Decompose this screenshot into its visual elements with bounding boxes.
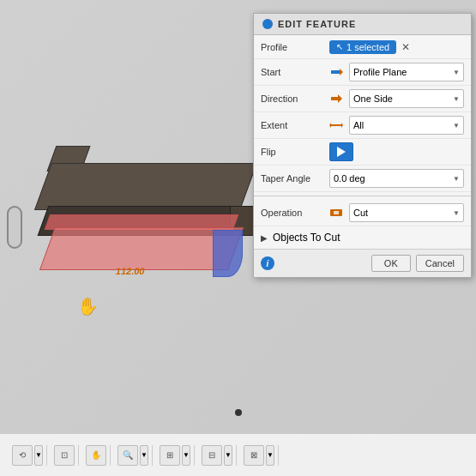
start-label: Start: [261, 67, 329, 77]
direction-label: Direction: [261, 93, 329, 104]
profile-label: Profile: [261, 42, 329, 52]
start-icon: [329, 65, 343, 79]
dimension-label: 112.00: [115, 266, 146, 276]
svg-marker-1: [340, 69, 343, 75]
operation-label: Operation: [261, 208, 329, 218]
flip-row: Flip: [254, 139, 471, 166]
objects-to-cut-label: Objects To Cut: [273, 232, 340, 244]
profile-close-btn[interactable]: ✕: [400, 41, 412, 53]
toolbar-extra-btn[interactable]: ⊠: [244, 445, 264, 466]
taper-angle-row: Taper Angle 0.0 deg ▼: [254, 166, 471, 192]
direction-icon: [329, 92, 343, 105]
operation-dropdown-arrow: ▼: [453, 209, 460, 217]
separator-1: [254, 196, 471, 196]
svg-rect-2: [331, 97, 338, 100]
start-dropdown-value: Profile Plane: [353, 67, 407, 77]
cursor-icon: ↖: [336, 42, 343, 51]
operation-row: Operation Cut ▼: [254, 200, 471, 226]
objects-to-cut-chevron: ▶: [261, 233, 268, 243]
extent-icon: [329, 118, 343, 132]
start-value: Profile Plane ▼: [329, 63, 464, 81]
profile-selected-badge: ↖ 1 selected: [329, 40, 396, 54]
bottom-toolbar: ⟲ ▼ ⊡ ✋ 🔍 ▼ ⊞ ▼ ⊟ ▼ ⊠ ▼: [0, 433, 476, 476]
toolbar-group-7: ⊠ ▼: [240, 445, 279, 466]
flip-icon: [334, 145, 348, 159]
ok-button[interactable]: OK: [371, 255, 411, 272]
toolbar-grid-btn[interactable]: ⊞: [160, 445, 180, 466]
toolbar-view-btn[interactable]: ⊡: [54, 445, 75, 466]
toolbar-group-6: ⊟ ▼: [198, 445, 237, 466]
slide-indicator: [235, 409, 242, 416]
extent-row: Extent All ▼: [254, 112, 471, 139]
operation-icon: [329, 206, 343, 220]
panel-footer: i OK Cancel: [254, 249, 471, 277]
start-dropdown-arrow: ▼: [453, 69, 460, 76]
toolbar-extra-dropdown[interactable]: ▼: [266, 445, 274, 466]
info-icon[interactable]: i: [261, 256, 274, 270]
flip-label: Flip: [261, 147, 329, 157]
extent-label: Extent: [261, 120, 329, 130]
svg-marker-5: [329, 123, 331, 128]
toolbar-group-2: ⊡: [51, 445, 79, 466]
toolbar-grid-dropdown[interactable]: ▼: [182, 445, 190, 466]
taper-angle-dropdown-value: 0.0 deg: [334, 173, 365, 184]
bar-top-face: [34, 163, 257, 210]
extent-dropdown[interactable]: All ▼: [349, 116, 464, 135]
panel-header-icon: [262, 19, 273, 29]
extent-dropdown-arrow: ▼: [453, 122, 460, 130]
cancel-button[interactable]: Cancel: [416, 255, 464, 272]
cursor-indicator: ✋: [77, 296, 99, 316]
taper-angle-value: 0.0 deg ▼: [329, 169, 464, 188]
profile-row: Profile ↖ 1 selected ✕: [254, 35, 471, 59]
edit-feature-panel: EDIT FEATURE Profile ↖ 1 selected ✕ Star…: [253, 13, 472, 278]
toolbar-rotate-dropdown[interactable]: ▼: [34, 445, 43, 466]
start-dropdown[interactable]: Profile Plane ▼: [349, 63, 464, 81]
flip-value: [329, 142, 464, 161]
panel-title: EDIT FEATURE: [278, 19, 356, 29]
svg-rect-8: [330, 209, 342, 216]
rotation-handle[interactable]: [7, 206, 22, 249]
taper-angle-dropdown[interactable]: 0.0 deg ▼: [329, 169, 464, 188]
flip-button[interactable]: [329, 142, 353, 161]
direction-dropdown[interactable]: One Side ▼: [349, 89, 464, 108]
toolbar-display-btn[interactable]: ⊟: [202, 445, 222, 466]
3d-model: 112.00 ✋: [26, 129, 266, 369]
toolbar-group-1: ⟲ ▼: [9, 445, 47, 466]
toolbar-zoom-dropdown[interactable]: ▼: [140, 445, 148, 466]
direction-value: One Side ▼: [329, 89, 464, 108]
operation-value: Cut ▼: [329, 203, 464, 222]
svg-marker-7: [337, 147, 346, 157]
operation-dropdown[interactable]: Cut ▼: [349, 203, 464, 222]
3d-viewport[interactable]: 112.00 ✋ ⟲ ▼ ⊡ ✋ 🔍 ▼ ⊞ ▼ ⊟ ▼ ⊠: [0, 0, 476, 476]
direction-dropdown-value: One Side: [353, 93, 393, 104]
taper-angle-label: Taper Angle: [261, 173, 329, 184]
svg-rect-0: [331, 70, 340, 74]
operation-dropdown-value: Cut: [353, 208, 368, 218]
svg-marker-3: [338, 94, 342, 103]
taper-angle-dropdown-arrow: ▼: [453, 175, 460, 183]
toolbar-rotate-btn[interactable]: ⟲: [12, 445, 33, 466]
profile-value: ↖ 1 selected ✕: [329, 40, 464, 54]
toolbar-display-dropdown[interactable]: ▼: [224, 445, 232, 466]
start-row: Start Profile Plane ▼: [254, 59, 471, 86]
toolbar-group-5: ⊞ ▼: [156, 445, 195, 466]
objects-to-cut-row[interactable]: ▶ Objects To Cut: [254, 226, 471, 249]
toolbar-group-4: 🔍 ▼: [114, 445, 153, 466]
direction-row: Direction One Side ▼: [254, 86, 471, 112]
direction-dropdown-arrow: ▼: [453, 95, 460, 103]
extent-value: All ▼: [329, 116, 464, 135]
svg-marker-6: [341, 123, 343, 128]
toolbar-zoom-btn[interactable]: 🔍: [117, 445, 138, 466]
blue-arc-shape: [213, 230, 243, 277]
panel-header: EDIT FEATURE: [254, 14, 471, 35]
extent-dropdown-value: All: [353, 120, 364, 130]
toolbar-pan-btn[interactable]: ✋: [86, 445, 106, 466]
toolbar-group-3: ✋: [82, 445, 111, 466]
selected-text: 1 selected: [346, 42, 389, 52]
